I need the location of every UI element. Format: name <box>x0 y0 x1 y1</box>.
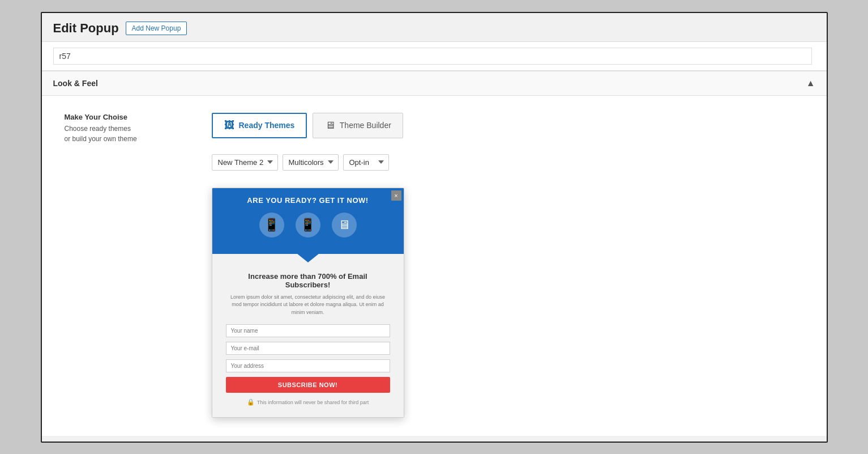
section-title: Look & Feel <box>53 79 98 88</box>
filters-row: New Theme 2 New Theme 1 Classic Multicol… <box>212 154 404 171</box>
popup-close-button[interactable]: × <box>391 190 401 201</box>
popup-privacy-notice: 🔒 This information will never be shared … <box>226 398 390 406</box>
tablet-icon: 📱 <box>296 213 320 237</box>
make-choice-row: Make Your Choise Choose ready themes or … <box>65 113 804 418</box>
popup-name-field[interactable] <box>226 324 390 337</box>
theme-builder-button[interactable]: 🖥 Theme Builder <box>313 113 403 138</box>
page-header: Edit Popup Add New Popup <box>42 13 827 42</box>
preview-area: × ARE YOU READY? GET IT NOW! 📱 📱 🖥 <box>212 188 404 418</box>
lock-icon: 🔒 <box>247 398 255 406</box>
popup-header-triangle-container <box>212 254 404 263</box>
popup-body: Increase more than 700% of Email Subscri… <box>212 263 404 418</box>
page-title: Edit Popup <box>53 21 119 36</box>
theme-selection-area: 🖼 Ready Themes 🖥 Theme Builder New Theme… <box>212 113 404 418</box>
main-window: Edit Popup Add New Popup Look & Feel ▲ M… <box>41 12 828 443</box>
popup-body-title: Increase more than 700% of Email Subscri… <box>226 272 390 289</box>
desktop-icon: 🖥 <box>332 213 357 237</box>
popup-preview: × ARE YOU READY? GET IT NOW! 📱 📱 🖥 <box>212 188 404 418</box>
popup-email-field[interactable] <box>226 342 390 355</box>
section-content: Make Your Choise Choose ready themes or … <box>42 96 827 436</box>
popup-icons-row: 📱 📱 🖥 <box>224 213 392 237</box>
color-select[interactable]: Multicolors Blue Red <box>283 154 339 171</box>
theme-toggle-group: 🖼 Ready Themes 🖥 Theme Builder <box>212 113 404 138</box>
theme-builder-icon: 🖥 <box>325 120 335 131</box>
section-collapse-arrow: ▲ <box>806 78 815 88</box>
type-select[interactable]: Opt-in Opt-out Custom <box>343 154 389 171</box>
look-and-feel-section-header[interactable]: Look & Feel ▲ <box>42 71 827 96</box>
add-new-popup-button[interactable]: Add New Popup <box>126 22 187 35</box>
popup-header-title: ARE YOU READY? GET IT NOW! <box>224 196 392 205</box>
ready-themes-button[interactable]: 🖼 Ready Themes <box>212 113 307 138</box>
make-choice-subtitle: Choose ready themes or build your own th… <box>65 124 178 144</box>
theme-select[interactable]: New Theme 2 New Theme 1 Classic <box>212 154 278 171</box>
mobile-icon: 📱 <box>259 213 284 237</box>
popup-address-field[interactable] <box>226 359 390 372</box>
popup-body-text: Lorem ipsum dolor sit amet, consectetur … <box>226 294 390 317</box>
popup-subscribe-button[interactable]: SUBSCRIBE NOW! <box>226 377 390 393</box>
popup-name-row <box>42 42 827 71</box>
make-choice-title: Make Your Choise <box>65 113 178 121</box>
make-choice-label: Make Your Choise Choose ready themes or … <box>65 113 178 144</box>
ready-themes-icon: 🖼 <box>224 120 234 131</box>
popup-header: ARE YOU READY? GET IT NOW! 📱 📱 🖥 <box>212 188 404 254</box>
popup-triangle <box>297 253 319 262</box>
popup-name-input[interactable] <box>53 48 812 65</box>
